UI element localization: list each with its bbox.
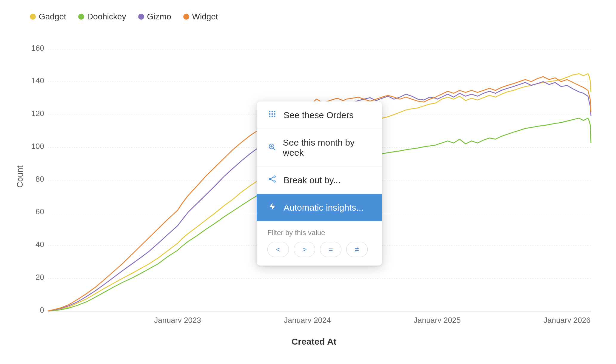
svg-text:January 2024: January 2024 <box>284 316 331 323</box>
svg-text:40: 40 <box>36 240 44 249</box>
legend-dot-gizmo <box>138 14 144 20</box>
svg-text:120: 120 <box>31 109 44 118</box>
svg-rect-25 <box>274 111 275 112</box>
svg-rect-26 <box>269 113 271 115</box>
insights-menu-item[interactable]: Automatic insights... <box>257 194 382 221</box>
svg-text:160: 160 <box>31 44 44 52</box>
filter-greater-than[interactable]: > <box>294 242 315 257</box>
breakout-icon <box>267 175 277 185</box>
zoom-icon <box>267 143 276 153</box>
svg-rect-29 <box>269 116 271 117</box>
svg-point-38 <box>274 181 275 182</box>
svg-rect-30 <box>272 116 273 117</box>
insights-label: Automatic insights... <box>284 203 364 213</box>
x-axis-label: Created At <box>292 337 337 347</box>
svg-rect-24 <box>272 111 273 112</box>
filter-label: Filter by this value <box>267 229 371 237</box>
see-week-label: See this month by week <box>283 138 371 158</box>
legend-item-widget: Widget <box>183 12 218 21</box>
filter-section: Filter by this value < > = ≠ <box>257 221 382 266</box>
filter-not-equals[interactable]: ≠ <box>346 242 368 257</box>
filter-buttons: < > = ≠ <box>267 242 371 257</box>
filter-less-than[interactable]: < <box>267 242 289 257</box>
svg-text:80: 80 <box>36 175 44 183</box>
context-menu: See these Orders See this month by week <box>257 101 382 266</box>
svg-point-37 <box>274 176 275 178</box>
svg-text:140: 140 <box>31 77 44 85</box>
svg-text:0: 0 <box>40 306 44 314</box>
filter-equals[interactable]: = <box>320 242 341 257</box>
svg-marker-41 <box>270 203 275 210</box>
chart-container: Gadget Doohickey Gizmo Widget Count <box>0 0 616 364</box>
svg-text:60: 60 <box>36 208 44 216</box>
y-axis-label: Count <box>15 166 25 188</box>
svg-line-33 <box>273 148 275 150</box>
legend-item-gadget: Gadget <box>30 12 66 21</box>
legend-item-doohickey: Doohickey <box>78 12 126 21</box>
see-orders-menu-item[interactable]: See these Orders <box>257 101 382 129</box>
chart-legend: Gadget Doohickey Gizmo Widget <box>30 12 598 21</box>
grid-icon <box>267 110 277 120</box>
svg-text:January 2026: January 2026 <box>543 316 591 323</box>
legend-dot-doohickey <box>78 14 84 20</box>
see-orders-label: See these Orders <box>284 110 354 120</box>
svg-text:January 2023: January 2023 <box>154 316 201 323</box>
legend-label-doohickey: Doohickey <box>87 12 126 21</box>
legend-label-widget: Widget <box>192 12 218 21</box>
legend-label-gadget: Gadget <box>39 12 66 21</box>
legend-item-gizmo: Gizmo <box>138 12 171 21</box>
see-week-menu-item[interactable]: See this month by week <box>257 129 382 166</box>
legend-dot-gadget <box>30 14 36 20</box>
svg-rect-31 <box>274 116 275 117</box>
svg-line-40 <box>270 179 274 181</box>
svg-text:20: 20 <box>36 273 44 281</box>
svg-point-36 <box>269 178 271 180</box>
break-out-menu-item[interactable]: Break out by... <box>257 166 382 194</box>
svg-text:January 2025: January 2025 <box>414 316 461 323</box>
break-out-label: Break out by... <box>284 175 341 185</box>
svg-rect-23 <box>269 111 271 112</box>
svg-rect-28 <box>274 113 275 115</box>
svg-rect-27 <box>272 113 273 115</box>
lightning-icon <box>267 202 277 213</box>
legend-label-gizmo: Gizmo <box>147 12 171 21</box>
svg-line-39 <box>270 177 274 179</box>
legend-dot-widget <box>183 14 189 20</box>
svg-text:100: 100 <box>31 142 44 150</box>
